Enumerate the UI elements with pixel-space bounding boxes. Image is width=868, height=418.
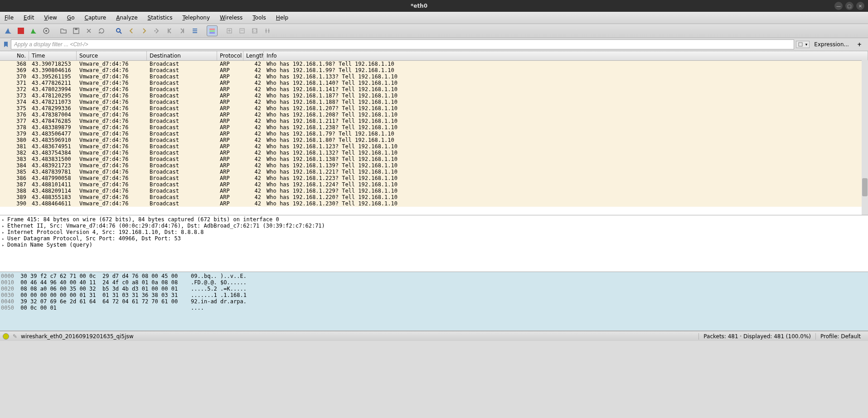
col-header-length[interactable]: Length xyxy=(243,51,264,60)
packet-row[interactable]: 38243.483754384Vmware_d7:d4:76BroadcastA… xyxy=(0,150,868,156)
svg-rect-12 xyxy=(209,30,215,32)
detail-tree-row[interactable]: Internet Protocol Version 4, Src: 192.16… xyxy=(1,229,867,235)
packet-row[interactable]: 38843.488209114Vmware_d7:d4:76BroadcastA… xyxy=(0,188,868,194)
menu-analyze[interactable]: Analyze xyxy=(114,14,139,22)
main-toolbar: + − 1:1 xyxy=(0,24,868,38)
maximize-button[interactable]: ▢ xyxy=(845,2,853,10)
packet-row[interactable]: 38143.483674951Vmware_d7:d4:76BroadcastA… xyxy=(0,143,868,150)
save-file-button[interactable] xyxy=(71,25,82,36)
add-filter-button[interactable]: + xyxy=(853,40,865,49)
menu-view[interactable]: View xyxy=(42,14,58,22)
find-packet-button[interactable] xyxy=(113,25,124,36)
open-file-button[interactable] xyxy=(58,25,69,36)
go-back-button[interactable] xyxy=(126,25,137,36)
detail-tree-row[interactable]: User Datagram Protocol, Src Port: 40966,… xyxy=(1,235,867,242)
close-file-button[interactable] xyxy=(83,25,94,36)
packet-row[interactable]: 37043.395261195Vmware_d7:d4:76BroadcastA… xyxy=(0,73,868,80)
packet-row[interactable]: 37443.478211073Vmware_d7:d4:76BroadcastA… xyxy=(0,99,868,105)
go-forward-button[interactable] xyxy=(139,25,150,36)
packet-list-scrollbar[interactable] xyxy=(862,60,868,215)
shark-fin-icon[interactable] xyxy=(3,25,14,36)
svg-text:+: + xyxy=(228,28,231,33)
hex-row[interactable]: 0020 08 08 a0 06 00 35 00 32 b5 3d 4b d3… xyxy=(1,286,867,292)
detail-tree-row[interactable]: Ethernet II, Src: Vmware_d7:d4:76 (00:0c… xyxy=(1,223,867,229)
restart-capture-button[interactable] xyxy=(28,25,39,36)
packet-row[interactable]: 38643.487990058Vmware_d7:d4:76BroadcastA… xyxy=(0,175,868,181)
menu-statistics[interactable]: Statistics xyxy=(146,14,175,22)
capture-options-button[interactable] xyxy=(41,25,52,36)
svg-line-6 xyxy=(120,32,121,34)
menu-tools[interactable]: Tools xyxy=(251,14,268,22)
menu-wireless[interactable]: Wireless xyxy=(218,14,244,22)
hex-row[interactable]: 0000 30 39 f2 c7 62 71 00 0c 29 d7 d4 76… xyxy=(1,273,867,279)
bookmark-icon[interactable] xyxy=(3,41,9,48)
zoom-in-button[interactable]: + xyxy=(224,25,235,36)
packet-row[interactable]: 38343.483831500Vmware_d7:d4:76BroadcastA… xyxy=(0,156,868,162)
hex-row[interactable]: 0030 00 00 00 00 00 00 01 31 01 31 03 31… xyxy=(1,292,867,298)
col-header-destination[interactable]: Destination xyxy=(147,51,217,60)
col-header-source[interactable]: Source xyxy=(77,51,147,60)
packet-row[interactable]: 37143.477826211Vmware_d7:d4:76BroadcastA… xyxy=(0,80,868,86)
packet-details-pane[interactable]: Frame 415: 84 bytes on wire (672 bits), … xyxy=(0,215,868,272)
svg-rect-0 xyxy=(18,28,24,34)
packet-row[interactable]: 39043.488464611Vmware_d7:d4:76BroadcastA… xyxy=(0,200,868,207)
packet-list-pane: No. Time Source Destination Protocol Len… xyxy=(0,51,868,215)
packet-row[interactable]: 36843.390718253Vmware_d7:d4:76BroadcastA… xyxy=(0,61,868,67)
packet-bytes-pane[interactable]: 0000 30 39 f2 c7 62 71 00 0c 29 d7 d4 76… xyxy=(0,272,868,331)
capture-file-comment-icon[interactable]: ✎ xyxy=(13,333,17,340)
svg-point-5 xyxy=(116,29,120,32)
hex-row[interactable]: 0050 00 0c 00 01 .... xyxy=(1,305,867,311)
close-button[interactable]: ✕ xyxy=(856,2,864,10)
svg-text:1:1: 1:1 xyxy=(252,29,258,33)
menu-file[interactable]: File xyxy=(3,14,15,22)
detail-tree-row[interactable]: Domain Name System (query) xyxy=(1,242,867,248)
packet-row[interactable]: 37643.478387004Vmware_d7:d4:76BroadcastA… xyxy=(0,112,868,118)
packet-row[interactable]: 37843.483389879Vmware_d7:d4:76BroadcastA… xyxy=(0,124,868,131)
display-filter-bar: ▾ Expression... + xyxy=(0,38,868,51)
packet-row[interactable]: 37543.478299336Vmware_d7:d4:76BroadcastA… xyxy=(0,105,868,112)
col-header-info[interactable]: Info xyxy=(264,51,868,60)
stop-capture-button[interactable] xyxy=(15,25,26,36)
hex-row[interactable]: 0010 00 46 44 96 40 00 40 11 24 4f c0 a8… xyxy=(1,279,867,286)
packet-row[interactable]: 38443.483921723Vmware_d7:d4:76BroadcastA… xyxy=(0,162,868,169)
packet-row[interactable]: 38043.483596910Vmware_d7:d4:76BroadcastA… xyxy=(0,137,868,143)
packet-row[interactable]: 38743.488101411Vmware_d7:d4:76BroadcastA… xyxy=(0,181,868,188)
hex-row[interactable]: 0040 39 32 07 69 6e 2d 61 64 64 72 04 61… xyxy=(1,298,867,305)
minimize-button[interactable]: — xyxy=(834,2,843,10)
reload-button[interactable] xyxy=(96,25,107,36)
go-to-packet-button[interactable] xyxy=(151,25,162,36)
packet-row[interactable]: 37743.478476285Vmware_d7:d4:76BroadcastA… xyxy=(0,118,868,124)
svg-point-7 xyxy=(155,30,156,32)
auto-scroll-button[interactable] xyxy=(189,25,200,36)
colorize-button[interactable] xyxy=(207,25,218,36)
col-header-time[interactable]: Time xyxy=(29,51,77,60)
packet-list-body[interactable]: 36843.390718253Vmware_d7:d4:76BroadcastA… xyxy=(0,61,868,215)
packet-row[interactable]: 38943.488355183Vmware_d7:d4:76BroadcastA… xyxy=(0,194,868,200)
display-filter-input[interactable] xyxy=(11,39,794,49)
svg-rect-11 xyxy=(209,29,215,30)
zoom-reset-button[interactable]: 1:1 xyxy=(249,25,260,36)
status-profile[interactable]: Profile: Default xyxy=(815,333,865,340)
packet-row[interactable]: 37343.478120295Vmware_d7:d4:76BroadcastA… xyxy=(0,92,868,99)
menu-telephony[interactable]: Telephony xyxy=(180,14,212,22)
menu-capture[interactable]: Capture xyxy=(82,14,108,22)
go-first-button[interactable] xyxy=(164,25,175,36)
menu-help[interactable]: Help xyxy=(274,14,290,22)
col-header-no[interactable]: No. xyxy=(0,51,29,60)
menubar: FileEditViewGoCaptureAnalyzeStatisticsTe… xyxy=(0,12,868,24)
svg-rect-9 xyxy=(193,30,197,31)
packet-row[interactable]: 38543.487839781Vmware_d7:d4:76BroadcastA… xyxy=(0,169,868,175)
go-last-button[interactable] xyxy=(177,25,188,36)
expression-button[interactable]: Expression... xyxy=(811,40,852,49)
filter-history-dropdown[interactable]: ▾ xyxy=(796,41,810,48)
packet-row[interactable]: 37243.478023994Vmware_d7:d4:76BroadcastA… xyxy=(0,86,868,92)
packet-row[interactable]: 36943.390804616Vmware_d7:d4:76BroadcastA… xyxy=(0,67,868,73)
detail-tree-row[interactable]: Frame 415: 84 bytes on wire (672 bits), … xyxy=(1,216,867,223)
col-header-protocol[interactable]: Protocol xyxy=(217,51,243,60)
menu-edit[interactable]: Edit xyxy=(22,14,36,22)
expert-info-icon[interactable] xyxy=(3,333,9,340)
packet-row[interactable]: 37943.483506477Vmware_d7:d4:76BroadcastA… xyxy=(0,131,868,137)
resize-columns-button[interactable] xyxy=(262,25,273,36)
menu-go[interactable]: Go xyxy=(65,14,77,22)
zoom-out-button[interactable]: − xyxy=(237,25,247,36)
